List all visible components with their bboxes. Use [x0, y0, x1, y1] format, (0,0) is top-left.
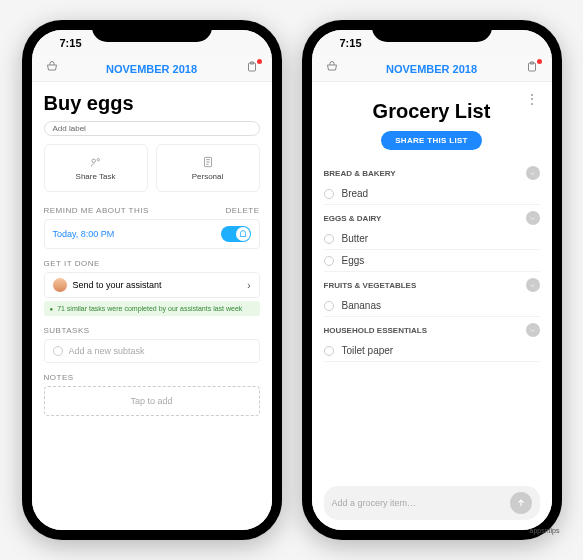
- delete-button[interactable]: DELETE: [225, 206, 259, 215]
- month-label[interactable]: NOVEMBER 2018: [106, 63, 197, 75]
- notes-header: NOTES: [44, 373, 74, 382]
- remind-header: REMIND ME ABOUT THIS: [44, 206, 149, 215]
- notch: [92, 20, 212, 42]
- more-options-icon[interactable]: ⋮: [526, 92, 538, 106]
- notch: [372, 20, 492, 42]
- phone-right: 7:15 NOVEMBER 2018 ⋮ Grocery List SHARE …: [302, 20, 562, 540]
- screen-right: 7:15 NOVEMBER 2018 ⋮ Grocery List SHARE …: [312, 30, 552, 530]
- category-name: EGGS & DAIRY: [324, 214, 382, 223]
- task-card: Buy eggs Add label Share Task Personal R…: [32, 82, 272, 530]
- add-item-row[interactable]: Add a grocery item…: [324, 486, 540, 520]
- new-task-icon[interactable]: [246, 61, 258, 76]
- subtasks-header-row: SUBTASKS: [44, 326, 260, 335]
- get-done-header: GET IT DONE: [44, 259, 100, 268]
- notes-placeholder: Tap to add: [130, 396, 172, 406]
- tile-row: Share Task Personal: [44, 144, 260, 192]
- month-label[interactable]: NOVEMBER 2018: [386, 63, 477, 75]
- category-name: HOUSEHOLD ESSENTIALS: [324, 326, 428, 335]
- list-item[interactable]: Eggs: [324, 250, 540, 272]
- get-done-header-row: GET IT DONE: [44, 259, 260, 268]
- reminder-time: Today, 8:00 PM: [53, 229, 115, 239]
- list-item[interactable]: Bread: [324, 183, 540, 205]
- personal-label: Personal: [192, 172, 224, 181]
- chevron-down-icon[interactable]: [526, 211, 540, 225]
- list-item[interactable]: Toilet paper: [324, 340, 540, 362]
- svg-point-2: [97, 159, 99, 161]
- screen-left: 7:15 NOVEMBER 2018 Buy eggs Add label Sh…: [32, 30, 272, 530]
- reminder-row[interactable]: Today, 8:00 PM: [44, 219, 260, 249]
- svg-point-1: [91, 159, 95, 163]
- add-label-chip[interactable]: Add label: [44, 121, 260, 136]
- watermark: appsntips: [530, 527, 560, 534]
- promo-banner: 71 similar tasks were completed by our a…: [44, 301, 260, 316]
- item-label: Butter: [342, 233, 369, 244]
- share-icon: [89, 155, 103, 169]
- remind-header-row: REMIND ME ABOUT THIS DELETE: [44, 206, 260, 215]
- task-title[interactable]: Buy eggs: [44, 92, 260, 115]
- notes-header-row: NOTES: [44, 373, 260, 382]
- add-subtask-row[interactable]: Add a new subtask: [44, 339, 260, 363]
- list-item[interactable]: Butter: [324, 228, 540, 250]
- reminder-toggle[interactable]: [221, 226, 251, 242]
- radio-icon[interactable]: [324, 346, 334, 356]
- nav-bar: NOVEMBER 2018: [312, 56, 552, 82]
- assistant-label: Send to your assistant: [73, 280, 162, 290]
- item-label: Bread: [342, 188, 369, 199]
- grocery-card: Grocery List SHARE THIS LIST BREAD & BAK…: [312, 82, 552, 530]
- radio-icon[interactable]: [324, 234, 334, 244]
- notification-badge: [257, 59, 262, 64]
- share-task-label: Share Task: [76, 172, 116, 181]
- subtasks-header: SUBTASKS: [44, 326, 90, 335]
- notes-box[interactable]: Tap to add: [44, 386, 260, 416]
- category-header[interactable]: FRUITS & VEGETABLES: [324, 278, 540, 292]
- list-item[interactable]: Bananas: [324, 295, 540, 317]
- phone-left: 7:15 NOVEMBER 2018 Buy eggs Add label Sh…: [22, 20, 282, 540]
- chevron-down-icon[interactable]: [526, 166, 540, 180]
- category-name: BREAD & BAKERY: [324, 169, 396, 178]
- chevron-right-icon: ›: [247, 280, 250, 291]
- basket-icon[interactable]: [326, 61, 338, 76]
- notification-badge: [537, 59, 542, 64]
- radio-icon[interactable]: [324, 256, 334, 266]
- radio-icon[interactable]: [324, 301, 334, 311]
- nav-bar: NOVEMBER 2018: [32, 56, 272, 82]
- radio-icon: [53, 346, 63, 356]
- promo-text: 71 similar tasks were completed by our a…: [57, 305, 242, 312]
- share-task-tile[interactable]: Share Task: [44, 144, 148, 192]
- add-subtask-placeholder: Add a new subtask: [69, 346, 145, 356]
- list-icon: [201, 155, 215, 169]
- grocery-title: Grocery List: [324, 100, 540, 123]
- assistant-avatar: [53, 278, 67, 292]
- add-item-placeholder: Add a grocery item…: [332, 498, 417, 508]
- assistant-row[interactable]: Send to your assistant ›: [44, 272, 260, 298]
- radio-icon[interactable]: [324, 189, 334, 199]
- category-header[interactable]: BREAD & BAKERY: [324, 166, 540, 180]
- item-label: Toilet paper: [342, 345, 394, 356]
- basket-icon[interactable]: [46, 61, 58, 76]
- share-list-button[interactable]: SHARE THIS LIST: [381, 131, 482, 150]
- chevron-down-icon[interactable]: [526, 278, 540, 292]
- category-name: FRUITS & VEGETABLES: [324, 281, 417, 290]
- item-label: Eggs: [342, 255, 365, 266]
- chevron-down-icon[interactable]: [526, 323, 540, 337]
- category-header[interactable]: HOUSEHOLD ESSENTIALS: [324, 323, 540, 337]
- category-header[interactable]: EGGS & DAIRY: [324, 211, 540, 225]
- status-time: 7:15: [60, 37, 82, 49]
- new-task-icon[interactable]: [526, 61, 538, 76]
- status-time: 7:15: [340, 37, 362, 49]
- item-label: Bananas: [342, 300, 381, 311]
- bell-icon: [238, 229, 248, 239]
- submit-arrow-icon[interactable]: [510, 492, 532, 514]
- personal-tile[interactable]: Personal: [156, 144, 260, 192]
